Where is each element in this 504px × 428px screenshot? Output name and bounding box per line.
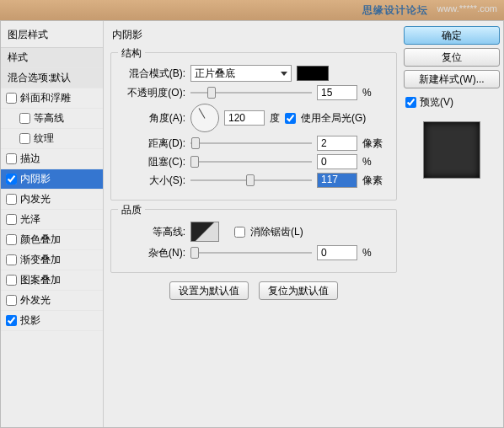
antialias-checkbox[interactable] xyxy=(234,227,245,238)
dialog-buttons: 确定 复位 新建样式(W)... 预览(V) xyxy=(404,21,503,427)
style-item-0[interactable]: 斜面和浮雕 xyxy=(1,88,103,109)
style-label-2: 纹理 xyxy=(34,131,54,146)
style-checkbox-10[interactable] xyxy=(6,295,17,306)
watermark-forum: 思缘设计论坛 xyxy=(362,3,428,18)
style-label-3: 描边 xyxy=(20,152,40,166)
styles-list: 样式混合选项:默认斜面和浮雕等高线纹理描边内阴影内发光光泽颜色叠加渐变叠加图案叠… xyxy=(1,47,103,331)
opacity-label: 不透明度(O): xyxy=(120,86,185,100)
style-item-10[interactable]: 外发光 xyxy=(1,291,103,311)
noise-input[interactable] xyxy=(317,245,357,260)
angle-dial[interactable] xyxy=(190,104,219,132)
styles-header[interactable]: 样式 xyxy=(1,48,103,68)
style-checkbox-9[interactable] xyxy=(6,275,17,286)
blend-mode-select[interactable]: 正片叠底 xyxy=(190,65,292,82)
style-item-8[interactable]: 渐变叠加 xyxy=(1,250,103,270)
group-structure-legend: 结构 xyxy=(118,46,145,61)
defaults-row: 设置为默认值 复位为默认值 xyxy=(110,281,397,300)
layer-style-dialog: 图层样式 样式混合选项:默认斜面和浮雕等高线纹理描边内阴影内发光光泽颜色叠加渐变… xyxy=(0,20,504,428)
blend-mode-value: 正片叠底 xyxy=(195,67,235,81)
style-item-1[interactable]: 等高线 xyxy=(1,109,103,129)
global-light-label: 使用全局光(G) xyxy=(301,111,366,126)
style-item-6[interactable]: 光泽 xyxy=(1,210,103,230)
row-opacity: 不透明度(O): % xyxy=(120,85,388,100)
row-distance: 距离(D): 像素 xyxy=(120,136,388,151)
global-light-checkbox[interactable] xyxy=(285,113,296,124)
reset-default-button[interactable]: 复位为默认值 xyxy=(259,281,338,300)
style-label-6: 光泽 xyxy=(20,212,40,227)
styles-sidebar: 图层样式 样式混合选项:默认斜面和浮雕等高线纹理描边内阴影内发光光泽颜色叠加渐变… xyxy=(1,21,104,427)
distance-slider[interactable] xyxy=(190,136,312,150)
style-label-11: 投影 xyxy=(20,313,40,328)
group-structure: 结构 混合模式(B): 正片叠底 不透明度(O): % 角度(A): 度 xyxy=(110,52,397,201)
style-checkbox-0[interactable] xyxy=(6,93,17,104)
choke-label: 阻塞(C): xyxy=(120,155,185,169)
style-item-9[interactable]: 图案叠加 xyxy=(1,270,103,291)
panel-title: 内阴影 xyxy=(110,26,397,47)
opacity-slider[interactable] xyxy=(190,86,312,99)
style-item-3[interactable]: 描边 xyxy=(1,149,103,169)
preview-row: 预览(V) xyxy=(404,92,500,113)
style-checkbox-4[interactable] xyxy=(6,174,17,185)
reset-button[interactable]: 复位 xyxy=(404,48,500,67)
dialog-title: 图层样式 xyxy=(1,24,103,47)
angle-input[interactable] xyxy=(224,110,265,126)
noise-unit: % xyxy=(362,247,388,259)
opacity-unit: % xyxy=(362,87,388,99)
contour-label: 等高线: xyxy=(120,225,185,239)
style-label-0: 斜面和浮雕 xyxy=(20,91,71,105)
noise-slider[interactable] xyxy=(190,246,312,259)
angle-unit: 度 xyxy=(270,111,280,126)
style-item-5[interactable]: 内发光 xyxy=(1,190,103,210)
style-checkbox-6[interactable] xyxy=(6,214,17,225)
row-angle: 角度(A): 度 使用全局光(G) xyxy=(120,104,388,132)
topbar: 思缘设计论坛 www.*****.com xyxy=(0,0,504,20)
style-label-1: 等高线 xyxy=(34,111,64,126)
watermark-url: www.*****.com xyxy=(437,3,497,13)
row-contour: 等高线: 消除锯齿(L) xyxy=(120,222,388,242)
style-checkbox-11[interactable] xyxy=(6,315,17,326)
size-label: 大小(S): xyxy=(120,174,185,188)
style-label-8: 渐变叠加 xyxy=(20,253,61,267)
style-checkbox-7[interactable] xyxy=(6,234,17,245)
style-label-10: 外发光 xyxy=(20,293,51,308)
ok-button[interactable]: 确定 xyxy=(404,26,500,45)
style-label-4: 内阴影 xyxy=(20,172,51,186)
noise-label: 杂色(N): xyxy=(120,246,185,260)
chevron-down-icon xyxy=(281,72,287,76)
distance-label: 距离(D): xyxy=(120,136,185,151)
contour-picker[interactable] xyxy=(190,222,219,242)
angle-label: 角度(A): xyxy=(120,111,185,126)
distance-unit: 像素 xyxy=(362,136,388,151)
choke-slider[interactable] xyxy=(190,155,312,169)
size-slider[interactable] xyxy=(190,174,312,187)
row-choke: 阻塞(C): % xyxy=(120,154,388,169)
group-quality-legend: 品质 xyxy=(118,203,145,217)
blend-options-header[interactable]: 混合选项:默认 xyxy=(1,68,103,88)
style-checkbox-1[interactable] xyxy=(19,113,30,124)
style-checkbox-3[interactable] xyxy=(6,153,17,164)
style-label-9: 图案叠加 xyxy=(20,273,61,287)
size-input[interactable]: 117 xyxy=(317,173,357,188)
style-checkbox-8[interactable] xyxy=(6,254,17,265)
style-checkbox-5[interactable] xyxy=(6,194,17,205)
effect-panel: 内阴影 结构 混合模式(B): 正片叠底 不透明度(O): % 角度(A): xyxy=(104,21,404,427)
style-label-5: 内发光 xyxy=(20,192,51,206)
style-item-2[interactable]: 纹理 xyxy=(1,129,103,149)
preview-checkbox[interactable] xyxy=(405,97,416,108)
make-default-button[interactable]: 设置为默认值 xyxy=(169,281,249,300)
shadow-color-swatch[interactable] xyxy=(297,66,329,81)
choke-unit: % xyxy=(362,156,388,168)
new-style-button[interactable]: 新建样式(W)... xyxy=(404,70,500,88)
style-item-11[interactable]: 投影 xyxy=(1,311,103,331)
style-label-7: 颜色叠加 xyxy=(20,233,61,247)
antialias-label: 消除锯齿(L) xyxy=(250,225,303,239)
choke-input[interactable] xyxy=(317,154,357,169)
style-item-7[interactable]: 颜色叠加 xyxy=(1,230,103,250)
style-item-4[interactable]: 内阴影 xyxy=(1,169,103,190)
style-checkbox-2[interactable] xyxy=(19,133,30,144)
distance-input[interactable] xyxy=(317,136,357,151)
opacity-input[interactable] xyxy=(317,85,357,100)
size-unit: 像素 xyxy=(362,174,388,188)
preview-label: 预览(V) xyxy=(420,95,453,110)
blend-mode-label: 混合模式(B): xyxy=(120,67,185,81)
